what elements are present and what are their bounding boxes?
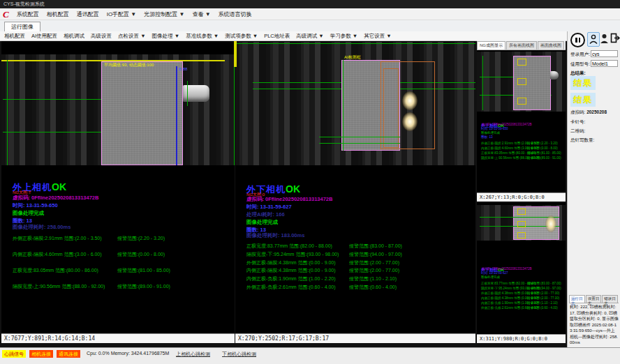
comm-connection-badge: 通讯连接 [57,350,80,358]
tool-spotcheck-settings[interactable]: 点检设置 ▼ [118,33,146,40]
alarm-range: 报警范围:(0.00 - 8.00) [117,251,165,258]
overlay-line [176,66,177,165]
measurement-label: 内侧正极-隔膜:4.38mm 范围:(0.00 - 9.00) [246,268,336,273]
virtual-code-value: 20250208 [586,109,607,114]
menu-camera-config[interactable]: 相机配置 [47,10,69,18]
tab-run-image[interactable]: 运行图像 [4,22,40,32]
tool-camera-debug[interactable]: 相机调试 [64,33,84,40]
coords-status-lower: X:270;Y:2502;R:17;G:17;B:17 [235,333,475,343]
login-user-field[interactable] [591,50,618,57]
app-window: CYS-视觉检测系统 C 系统配置 相机配置 通讯配置 IO手配置 ▼ 光源控制… [0,0,620,364]
mini-measurement-row: 内侧正极-负极:1.90mm 范围:(1.00 - 2.20) 报警范围:(1.… [481,301,564,305]
result-ok-badge: OK [286,183,300,195]
window-status-bar: 心跳信号 相机连接 通讯连接 Cpu: 0.0% Memory: 3424.41… [0,347,620,364]
tab-run-log[interactable]: 运行日志 [569,295,585,303]
mini-virtual-code: 虚拟码: 0Ffline2025020813313472B [481,123,532,126]
thumbnail-view-upper[interactable]: 外上相机OK 虚拟码: 0Ffline2025020813313472B 时间:… [477,50,566,202]
tab-error-log[interactable]: 错误日志 [602,295,618,303]
pause-button[interactable] [570,33,585,47]
alarm-range: 报警范围:(2.20 - 3.20) [117,235,165,242]
measurement-row: 内侧正极-负极:1.90mm 范围:(1.00 - 2.20) 报警范围:(1.… [246,275,474,282]
menu-light-config[interactable]: 光源控制配置 ▼ [144,10,184,18]
mini-done-label: 图像处理完成 [481,131,500,135]
tab-frame-curve[interactable]: 画面曲线图 [538,41,564,50]
measurement-row: 外侧正极-隔膜:4.38mm 范围:(0.00 - 9.00) 报警范围:(2.… [246,259,474,266]
pin-number-label: 卡针号: [570,119,585,126]
login-user-label: 登录用户: [570,52,590,58]
light-reflection [402,112,418,131]
run-log-text: 耗时: 222, 凹槽检测耗时: 17, 凹槽分类耗时: 0, 凹槽提取分区耗时… [570,304,619,346]
mini-turn-count: 圈数: 13 [481,135,493,139]
menu-bar: C 系统配置 相机配置 通讯配置 IO手配置 ▼ 光源控制配置 ▼ 查看 ▼ 系… [0,8,620,20]
tool-baseline-params[interactable]: 基准线参数 ▼ [186,33,219,40]
tool-test-params[interactable]: 测试项参数 ▼ [225,33,258,40]
upper-camera-heartbeat-link[interactable]: 上相机心跳检测 [176,351,210,358]
tool-advanced-debug[interactable]: 高级调试 ▼ [296,33,324,40]
menu-view[interactable]: 查看 ▼ [192,10,210,18]
tool-plc-address[interactable]: PLC地址表 [264,33,290,40]
measurement-row: 隔膜宽度-上:90.56mm 范围:(88.00 - 92.00) 报警范围:(… [13,283,233,290]
process-time: 图像处理耗时: 258.00ms [13,225,71,230]
mini-capture-time: 时间: 13-31-59-650 [481,127,508,130]
pause-icon [570,33,585,47]
measurement-label: 外侧正极-负极:2.61mm 范围:(0.60 - 4.00) [246,285,336,289]
tool-other-settings[interactable]: 其它设置 ▼ [364,33,392,40]
menu-io-config[interactable]: IO手配置 ▼ [107,10,137,18]
alarm-range: 报警范围:(1.10 - 2.10) [349,275,397,282]
tool-learning-params[interactable]: 学习参数 ▼ [330,33,358,40]
measurement-label: 隔膜宽度-上:90.56mm 范围:(88.00 - 92.00) [13,284,105,289]
camera-view-upper[interactable]: 平均阈值:93, 动态阈值:100 B:88 外上相机OK NG大图:T 虚拟码… [1,41,235,343]
tool-advanced-settings[interactable]: 高级设置 [91,33,112,40]
camera-view-lower[interactable]: AI检测框 外下相机OK NG大图:0 虚拟码: 0Ffline20250208… [235,41,475,343]
tool-ai-config[interactable]: AI使用配置 [31,33,57,40]
alarm-range: 报警范围:(0.60 - 4.00) [527,306,558,310]
thumbnail-view-lower[interactable]: 外下相机OK 虚拟码: 0Ffline2025020813313472B 时间:… [477,203,566,343]
measurement-row: 正极宽度:83.77mm 范围:(82.00 - 88.00) 报警范围:(83… [246,243,474,250]
tool-image-processing[interactable]: 图像处理 ▼ [152,33,180,40]
tab-settings-log[interactable]: 设置日志 [586,295,602,303]
measurement-label: 外侧正极-隔膜:4.38mm 范围:(0.00 - 9.00) [246,260,336,265]
alarm-range: 报警范围:(89.00 - 91.00) [117,283,170,290]
mini-measurement-row: 隔膜宽度-下:95.24mm 范围:(93.00 - 98.00) 报警范围:(… [481,287,564,291]
model-field[interactable] [591,60,618,67]
overlay-line [319,143,400,144]
window-title: CYS-视觉检测系统 [3,1,45,6]
measurement-label: 正极宽度:83.05mm 范围:(80.00 - 86.00) [13,268,98,273]
user-mode-button[interactable] [587,32,600,47]
measurement-row: 内侧正极-隔膜:4.38mm 范围:(0.00 - 9.00) 报警范围:(2.… [246,267,474,274]
tab-ng-image-display[interactable]: NG成图显示 [477,41,505,50]
tool-camera-config[interactable]: 相机配置 [4,33,25,40]
logout-button[interactable] [610,33,620,43]
mini-measurement-row: 外侧正极-负极:2.61mm 范围:(0.60 - 4.00) 报警范围:(0.… [481,306,564,310]
small-view-tabs: NG成图显示 所有画面线图 画面曲线图 [477,40,566,50]
alarm-range: 报警范围:(83.00 - 87.00) [527,282,561,285]
operator-button[interactable] [600,33,609,44]
ai-process-time: 处理AI耗时: 166 [246,212,285,218]
measurement-row: 内侧正极-隔膜:4.60mm 范围:(3.00 - 6.00) 报警范围:(0.… [13,251,233,258]
alarm-range: 报警范围:(81.00 - 85.00) [117,267,170,274]
roi-box [517,221,526,227]
menu-language-switch[interactable]: 系统语言切换 [219,10,252,18]
light-reflection [545,215,556,232]
model-label: 使用型号: [570,61,590,68]
alarm-range: 报警范围:(94.00 - 97.00) [349,251,402,258]
result-badge-1: 结果 [570,76,596,90]
threshold-overlay-label: 平均阈值:93, 动态阈值:100 [104,63,154,68]
alarm-range: 报警范围:(0.60 - 4.00) [349,284,397,291]
lower-camera-heartbeat-link[interactable]: 下相机心跳检测 [222,351,256,358]
write-count-label: 总针写数量: [570,137,594,144]
roi-box [517,78,526,85]
coords-status-thumb-lower: X:311;Y:980;R:0;G:0;B:0 [477,334,566,343]
alarm-range: 报警范围:(2.00 - 77.00) [527,296,559,300]
tab-all-frame-lines[interactable]: 所有画面线图 [506,41,537,50]
alarm-range: 报警范围:(2.00 - 77.00) [349,267,399,274]
overlay-line [319,137,400,137]
menu-system-config[interactable]: 系统配置 [17,10,39,18]
overlay-line [482,56,483,110]
cpu-memory-status: Cpu: 0.0% Memory: 3424.41796875M [87,351,169,356]
tab-row: 运行图像 [0,20,620,32]
alarm-range: 报警范围:(94.00 - 97.00) [527,287,561,290]
blue-overlay-label: B:88 [179,67,187,72]
alarm-range: 报警范围:(83.00 - 87.00) [349,243,402,250]
menu-comm-config[interactable]: 通讯配置 [77,10,99,18]
